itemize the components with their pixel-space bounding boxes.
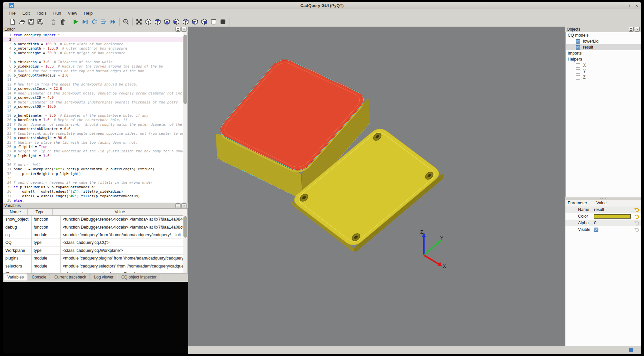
parameter-row-alpha: Alpha0 bbox=[565, 220, 641, 226]
menu-help[interactable]: Help bbox=[81, 10, 96, 16]
tree-item-imports[interactable]: Imports bbox=[566, 50, 641, 56]
delete-object-button[interactable] bbox=[49, 17, 58, 26]
empty-dock-area bbox=[3, 282, 188, 353]
variable-value: <class 'cadquery.cq.Workplane'> bbox=[61, 247, 187, 254]
float-panel-icon[interactable] bbox=[175, 27, 180, 32]
tree-item-result[interactable]: ✓result bbox=[566, 44, 641, 50]
undo-icon[interactable] bbox=[634, 227, 640, 232]
panel-splitter-handle[interactable] bbox=[565, 197, 641, 200]
view-back-button[interactable] bbox=[181, 17, 190, 26]
variable-row[interactable]: pluginsmodule<module 'cadquery.plugins' … bbox=[3, 255, 187, 262]
fit-all-button[interactable] bbox=[135, 17, 143, 26]
variables-scrollbar[interactable] bbox=[183, 215, 187, 273]
variable-row[interactable]: selectorsmodule<module 'cadquery.selecto… bbox=[3, 262, 187, 270]
color-swatch[interactable] bbox=[594, 214, 631, 219]
float-panel-icon[interactable] bbox=[175, 203, 180, 208]
code-editor[interactable]: 1from cadquery import *23p_outerWidth = … bbox=[3, 32, 188, 203]
parameter-value[interactable]: ✓ bbox=[594, 228, 634, 232]
menu-file[interactable]: File bbox=[5, 10, 19, 16]
variable-row[interactable]: Planetype<class 'cadquery.occ_impl.geom.… bbox=[3, 270, 187, 273]
step-next-button[interactable] bbox=[99, 17, 108, 26]
tree-item-label: lowerLid bbox=[583, 39, 599, 44]
view-right-button[interactable] bbox=[200, 17, 208, 26]
tab-cq-object-inspector[interactable]: CQ object inspector bbox=[118, 274, 160, 280]
unchecked-checkbox[interactable] bbox=[576, 75, 580, 80]
menu-tools[interactable]: Tools bbox=[33, 10, 50, 16]
tree-item-x[interactable]: X bbox=[566, 62, 641, 68]
view-front-button[interactable] bbox=[172, 17, 180, 26]
parameter-value[interactable]: result bbox=[594, 207, 634, 212]
undo-icon[interactable] bbox=[634, 214, 640, 219]
tab-log-viewer[interactable]: Log viewer bbox=[91, 274, 117, 280]
checked-checkbox[interactable]: ✓ bbox=[576, 39, 580, 44]
code-line: 29 bbox=[3, 158, 183, 162]
wireframe-view-button[interactable] bbox=[209, 17, 218, 26]
new-file-button[interactable] bbox=[8, 17, 17, 26]
variable-name: show_object bbox=[3, 216, 32, 223]
debug-button[interactable] bbox=[81, 17, 89, 26]
sizegrip-icon[interactable] bbox=[629, 348, 633, 352]
line-number: 26 bbox=[3, 145, 14, 149]
minimize-button[interactable]: − bbox=[620, 2, 623, 9]
variable-row[interactable]: CQtype<class 'cadquery.cq.CQ'> bbox=[3, 239, 187, 247]
title-bar[interactable]: cq CadQuery GUI (PyQT) − + × bbox=[3, 2, 641, 9]
tree-item-cq-models[interactable]: CQ models bbox=[566, 32, 641, 38]
checked-checkbox[interactable]: ✓ bbox=[594, 228, 598, 232]
maximize-button[interactable]: + bbox=[628, 2, 631, 9]
tree-item-helpers[interactable]: Helpers bbox=[566, 56, 641, 62]
tab-current-traceback[interactable]: Current traceback bbox=[51, 274, 90, 280]
line-number: 8 bbox=[3, 64, 14, 69]
variables-scrollbar-thumb[interactable] bbox=[183, 216, 187, 238]
code-line: 34# weird geometry happens if we make th… bbox=[3, 180, 183, 185]
undo-icon[interactable] bbox=[634, 220, 640, 226]
continue-button[interactable] bbox=[109, 17, 117, 26]
close-button[interactable]: × bbox=[635, 2, 638, 9]
delete-all-button[interactable] bbox=[58, 17, 67, 26]
variable-row[interactable]: cqmodule<module 'cadquery' from '/home/a… bbox=[3, 231, 187, 239]
objects-tree: CQ models✓lowerLid✓resultImportsHelpersX… bbox=[565, 32, 641, 197]
view-top-button[interactable] bbox=[153, 17, 162, 26]
view-left-button[interactable] bbox=[190, 17, 199, 26]
toolbar-drag-handle[interactable] bbox=[5, 18, 5, 25]
variable-name: selectors bbox=[3, 262, 32, 269]
code-line: 8p_sideRadius = 10.0 # Radius for the cu… bbox=[3, 64, 183, 69]
menu-edit[interactable]: Edit bbox=[19, 10, 33, 16]
parameter-value[interactable] bbox=[594, 214, 634, 219]
render-button[interactable] bbox=[71, 17, 80, 26]
shaded-view-button[interactable] bbox=[218, 17, 227, 26]
line-number: 5 bbox=[3, 51, 14, 55]
step-button[interactable] bbox=[90, 17, 99, 26]
open-file-button[interactable] bbox=[17, 17, 26, 26]
line-number: 34 bbox=[3, 180, 14, 185]
editor-scrollbar[interactable] bbox=[183, 32, 187, 203]
editor-scrollbar-thumb[interactable] bbox=[183, 35, 187, 104]
checked-checkbox[interactable]: ✓ bbox=[576, 45, 580, 50]
unchecked-checkbox[interactable] bbox=[576, 69, 580, 74]
3d-viewport[interactable]: ZYX bbox=[188, 27, 565, 346]
unchecked-checkbox[interactable] bbox=[576, 63, 580, 68]
view-back-icon bbox=[182, 18, 189, 25]
variable-row[interactable]: Workplanetype<class 'cadquery.cq.Workpla… bbox=[3, 247, 187, 255]
close-panel-icon[interactable]: ✕ bbox=[181, 203, 186, 208]
tab-variables[interactable]: Variables bbox=[4, 273, 27, 280]
variable-row[interactable]: show_objectfunction<function Debugger.re… bbox=[3, 216, 187, 223]
inspect-button[interactable] bbox=[122, 17, 130, 26]
view-iso-button[interactable] bbox=[144, 17, 153, 26]
view-bottom-button[interactable] bbox=[162, 17, 171, 26]
save-button[interactable] bbox=[27, 17, 35, 26]
undo-icon[interactable] bbox=[634, 207, 640, 212]
parameter-value[interactable]: 0 bbox=[594, 221, 634, 225]
tree-item-z[interactable]: Z bbox=[566, 74, 641, 80]
continue-icon bbox=[110, 18, 117, 25]
float-panel-icon[interactable] bbox=[629, 27, 634, 32]
tree-item-y[interactable]: Y bbox=[566, 68, 641, 74]
tab-console[interactable]: Console bbox=[28, 274, 50, 280]
close-panel-icon[interactable]: ✕ bbox=[635, 27, 640, 32]
menu-run[interactable]: Run bbox=[50, 10, 65, 16]
variable-row[interactable]: debugfunction<function Debugger.render.<… bbox=[3, 223, 187, 231]
menu-view[interactable]: View bbox=[65, 10, 81, 16]
tree-item-lowerlid[interactable]: ✓lowerLid bbox=[566, 38, 641, 44]
save-as-button[interactable] bbox=[36, 17, 45, 26]
close-panel-icon[interactable]: ✕ bbox=[181, 27, 186, 32]
parameter-label: Name bbox=[565, 207, 594, 212]
